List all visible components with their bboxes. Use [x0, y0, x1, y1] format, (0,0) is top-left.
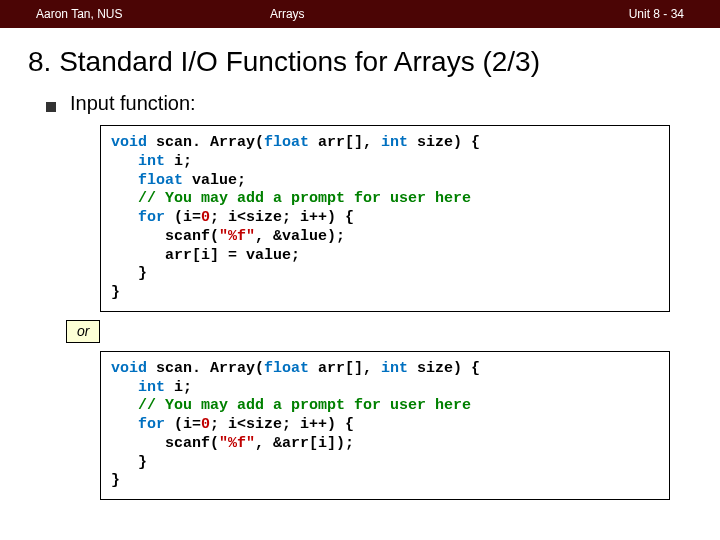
kw-void: void [111, 134, 147, 151]
lit-zero: 0 [201, 209, 210, 226]
code-text: ; i<size; i++) { [210, 209, 354, 226]
kw-float: float [264, 360, 309, 377]
code-text: value; [183, 172, 246, 189]
code-text: , &value); [255, 228, 345, 245]
slide-root: Aaron Tan, NUS Arrays Unit 8 - 34 8. Sta… [0, 0, 720, 540]
kw-int: int [381, 360, 408, 377]
code-comment: // You may add a prompt for user here [111, 397, 471, 414]
kw-float: float [264, 134, 309, 151]
code-text: i; [165, 379, 192, 396]
square-bullet-icon [46, 102, 56, 112]
bullet-label: Input function: [70, 92, 196, 115]
code-text: (i= [165, 416, 201, 433]
code-text: scanf( [111, 435, 219, 452]
code-text: } [111, 454, 147, 471]
code-text: scan. Array( [147, 360, 264, 377]
slide-title: 8. Standard I/O Functions for Arrays (2/… [28, 46, 692, 78]
code-text: size) { [408, 360, 480, 377]
kw-int: int [111, 153, 165, 170]
header-topic: Arrays [240, 7, 474, 21]
code-text: , &arr[i]); [255, 435, 354, 452]
header-author: Aaron Tan, NUS [36, 7, 240, 21]
code-text: ; i<size; i++) { [210, 416, 354, 433]
slide-header: Aaron Tan, NUS Arrays Unit 8 - 34 [0, 0, 720, 28]
code-text: scan. Array( [147, 134, 264, 151]
code-block-1: void scan. Array(float arr[], int size) … [100, 125, 670, 312]
code-text: } [111, 472, 120, 489]
bullet-input-function: Input function: [46, 92, 700, 115]
lit-format: "%f" [219, 228, 255, 245]
kw-int: int [381, 134, 408, 151]
code-text: size) { [408, 134, 480, 151]
lit-zero: 0 [201, 416, 210, 433]
code-text: arr[i] = value; [111, 247, 300, 264]
code-text: arr[], [309, 134, 381, 151]
code-text: (i= [165, 209, 201, 226]
slide-body: Input function: void scan. Array(float a… [20, 92, 700, 500]
kw-void: void [111, 360, 147, 377]
kw-for: for [111, 209, 165, 226]
code-text: i; [165, 153, 192, 170]
code-text: arr[], [309, 360, 381, 377]
code-text: } [111, 284, 120, 301]
lit-format: "%f" [219, 435, 255, 452]
code-text: scanf( [111, 228, 219, 245]
kw-float: float [111, 172, 183, 189]
kw-for: for [111, 416, 165, 433]
code-text: } [111, 265, 147, 282]
or-label: or [66, 320, 100, 343]
header-pager: Unit 8 - 34 [474, 7, 684, 21]
code-comment: // You may add a prompt for user here [111, 190, 471, 207]
code-block-2: void scan. Array(float arr[], int size) … [100, 351, 670, 500]
kw-int: int [111, 379, 165, 396]
